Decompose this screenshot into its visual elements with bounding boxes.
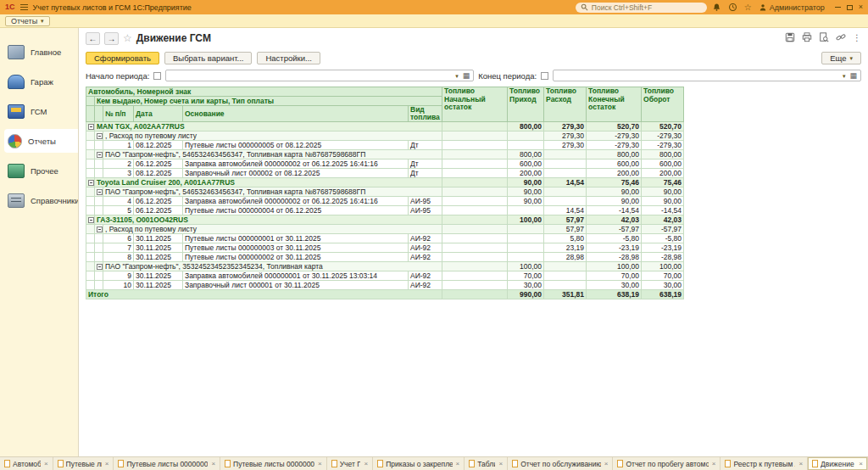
report-cell[interactable] bbox=[95, 271, 103, 281]
report-cell[interactable]: 990,00 bbox=[508, 290, 544, 299]
report-row[interactable]: 930.11.2025Заправка автомобилей 00000000… bbox=[86, 271, 684, 281]
report-row[interactable]: 506.12.2025Путевые листы 000000004 от 06… bbox=[86, 206, 684, 215]
report-cell[interactable] bbox=[544, 150, 587, 159]
report-cell[interactable]: 57,97 bbox=[544, 225, 587, 234]
report-cell[interactable] bbox=[86, 253, 95, 262]
report-cell[interactable]: Заправка автомобилей 000000001 от 30.11.… bbox=[183, 271, 409, 281]
report-cell[interactable]: 42,03 bbox=[587, 215, 642, 225]
report-cell[interactable]: -5,80 bbox=[642, 234, 684, 243]
report-cell[interactable]: 75,46 bbox=[587, 178, 642, 187]
report-cell[interactable]: Заправка автомобилей 000000002 от 06.12.… bbox=[183, 197, 409, 206]
report-cell[interactable]: 100,00 bbox=[508, 215, 544, 225]
col-header-turnover[interactable]: Топливо Оборот bbox=[642, 87, 684, 122]
report-cell[interactable] bbox=[442, 150, 508, 159]
period-end-input[interactable]: ▾ ▦ bbox=[553, 70, 861, 81]
report-row[interactable]: MAN TGX, A002AA77RUS800,00279,30520,7052… bbox=[86, 122, 684, 131]
report-cell[interactable] bbox=[544, 271, 587, 281]
report-cell[interactable]: 800,00 bbox=[642, 150, 684, 159]
report-cell[interactable] bbox=[442, 225, 508, 234]
report-cell[interactable]: -5,80 bbox=[587, 234, 642, 243]
more-button[interactable]: Еще ▾ bbox=[821, 52, 861, 64]
report-cell[interactable] bbox=[86, 187, 95, 197]
report-row[interactable]: 1030.11.2025Заправочный лист 000001 от 3… bbox=[86, 281, 684, 290]
chevron-down-icon[interactable]: ▾ bbox=[455, 73, 459, 79]
report-cell[interactable] bbox=[95, 225, 103, 234]
report-cell[interactable]: 28,98 bbox=[544, 253, 587, 262]
report-cell[interactable] bbox=[86, 159, 95, 169]
report-cell[interactable]: 90,00 bbox=[642, 197, 684, 206]
report-cell[interactable]: ГАЗ-31105, О001ОО42RUS bbox=[95, 215, 442, 225]
report-cell[interactable]: Дт bbox=[409, 141, 442, 150]
report-cell[interactable]: 06.12.2025 bbox=[134, 197, 183, 206]
collapse-group-icon[interactable] bbox=[97, 227, 103, 232]
close-tab-icon[interactable]: × bbox=[455, 460, 460, 467]
report-cell[interactable]: Заправочный лист 000002 от 08.12.2025 bbox=[183, 169, 409, 178]
report-row[interactable]: , Расход по путевому листу279,30-279,30-… bbox=[86, 131, 684, 141]
report-cell[interactable]: 279,30 bbox=[544, 122, 587, 131]
report-cell[interactable] bbox=[86, 262, 95, 271]
report-cell[interactable]: 4 bbox=[103, 197, 134, 206]
report-cell[interactable]: ПАО "Газпром-нефть", 546532463456347, То… bbox=[103, 150, 442, 159]
chevron-down-icon[interactable]: ▾ bbox=[843, 73, 846, 79]
report-cell[interactable] bbox=[95, 243, 103, 253]
report-cell[interactable]: 90,00 bbox=[587, 187, 642, 197]
report-row[interactable]: 308.12.2025Заправочный лист 000002 от 08… bbox=[86, 169, 684, 178]
close-tab-icon[interactable]: × bbox=[363, 460, 368, 467]
report-cell[interactable]: Итого bbox=[86, 290, 442, 299]
report-cell[interactable] bbox=[86, 225, 95, 234]
report-row[interactable]: 406.12.2025Заправка автомобилей 00000000… bbox=[86, 197, 684, 206]
report-cell[interactable]: 14,54 bbox=[544, 178, 587, 187]
close-tab-icon[interactable]: × bbox=[210, 460, 215, 467]
report-cell[interactable]: 520,70 bbox=[642, 122, 684, 131]
report-cell[interactable]: 200,00 bbox=[587, 169, 642, 178]
report-cell[interactable]: Toyota Land Cruiser 200, A001AA77RUS bbox=[95, 178, 442, 187]
report-cell[interactable] bbox=[544, 169, 587, 178]
report-cell[interactable] bbox=[442, 131, 508, 141]
report-cell[interactable]: 600,00 bbox=[642, 159, 684, 169]
report-cell[interactable] bbox=[86, 197, 95, 206]
report-cell[interactable]: -279,30 bbox=[587, 141, 642, 150]
favorite-form-star-icon[interactable]: ☆ bbox=[123, 32, 132, 44]
calendar-icon[interactable]: ▦ bbox=[463, 72, 470, 80]
report-cell[interactable] bbox=[95, 169, 103, 178]
report-row[interactable]: ПАО "Газпром-нефть", 546532463456347, То… bbox=[86, 150, 684, 159]
report-row[interactable]: Итого990,00351,81638,19638,19 bbox=[86, 290, 684, 299]
report-cell[interactable]: 30.11.2025 bbox=[134, 253, 183, 262]
report-cell[interactable] bbox=[442, 234, 508, 243]
report-cell[interactable]: -14,54 bbox=[587, 206, 642, 215]
period-start-input[interactable]: ▾ ▦ bbox=[165, 70, 474, 81]
report-row[interactable]: , Расход по путевому листу57,97-57,97-57… bbox=[86, 225, 684, 234]
report-cell[interactable]: , Расход по путевому листу bbox=[103, 225, 442, 234]
report-cell[interactable] bbox=[442, 253, 508, 262]
report-cell[interactable] bbox=[86, 131, 95, 141]
report-cell[interactable]: -279,30 bbox=[642, 141, 684, 150]
report-cell[interactable]: 70,00 bbox=[508, 271, 544, 281]
report-cell[interactable]: ПАО "Газпром-нефть", 546532463456347, То… bbox=[103, 187, 442, 197]
window-tab-6[interactable]: Таблица× bbox=[465, 457, 508, 470]
col-header-end[interactable]: Топливо Конечный остаток bbox=[587, 87, 642, 122]
report-cell[interactable]: 638,19 bbox=[642, 290, 684, 299]
close-tab-icon[interactable]: × bbox=[711, 460, 716, 467]
report-cell[interactable]: АИ-92 bbox=[409, 271, 442, 281]
report-cell[interactable] bbox=[508, 141, 544, 150]
report-cell[interactable] bbox=[442, 187, 508, 197]
report-cell[interactable] bbox=[95, 197, 103, 206]
report-cell[interactable]: Заправка автомобилей 000000002 от 06.12.… bbox=[183, 159, 409, 169]
report-cell[interactable]: Заправочный лист 000001 от 30.11.2025 bbox=[183, 281, 409, 290]
report-row[interactable]: ПАО "Газпром-нефть", 3532452345235234523… bbox=[86, 262, 684, 271]
forward-button[interactable]: → bbox=[104, 32, 119, 45]
global-search-input[interactable]: Поиск Ctrl+Shift+F bbox=[576, 3, 707, 13]
col-header-expense[interactable]: Топливо Расход bbox=[544, 87, 587, 122]
close-tab-icon[interactable]: × bbox=[604, 460, 609, 467]
report-cell[interactable] bbox=[508, 253, 544, 262]
report-cell[interactable]: 7 bbox=[103, 243, 134, 253]
main-menu-icon[interactable] bbox=[20, 4, 28, 10]
report-cell[interactable] bbox=[86, 243, 95, 253]
save-icon[interactable] bbox=[785, 32, 795, 42]
report-cell[interactable] bbox=[86, 281, 95, 290]
minimize-icon[interactable] bbox=[835, 7, 841, 8]
report-cell[interactable]: АИ-95 bbox=[409, 197, 442, 206]
col-header-car[interactable]: Автомобиль, Номерной знак bbox=[86, 87, 442, 97]
report-cell[interactable]: 30,00 bbox=[508, 281, 544, 290]
report-cell[interactable] bbox=[442, 290, 508, 299]
